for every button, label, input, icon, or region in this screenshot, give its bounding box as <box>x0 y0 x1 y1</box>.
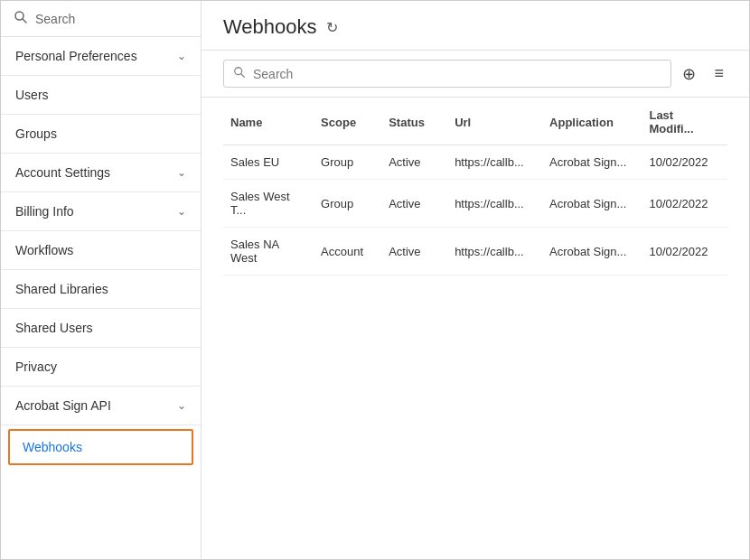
sidebar-item-label: Shared Libraries <box>15 282 108 296</box>
search-icon <box>233 66 246 81</box>
sidebar-item-webhooks[interactable]: Webhooks <box>8 429 193 465</box>
toolbar: ⊕ ≡ <box>202 51 749 98</box>
cell-last-modified: 10/02/2022 <box>642 145 727 180</box>
cell-last-modified: 10/02/2022 <box>642 180 727 228</box>
sidebar-item-label: Workflows <box>15 243 73 257</box>
sidebar-item-label: Webhooks <box>23 440 82 454</box>
svg-line-3 <box>241 74 245 78</box>
cell-application: Acrobat Sign... <box>542 145 642 180</box>
add-webhook-button[interactable]: ⊕ <box>679 61 699 88</box>
table-row[interactable]: Sales NA WestAccountActivehttps://callb.… <box>223 228 727 275</box>
sidebar-item-label: Shared Users <box>15 321 93 335</box>
cell-name: Sales West T... <box>223 180 314 228</box>
sidebar-item-groups[interactable]: Groups <box>1 115 201 154</box>
webhooks-table: Name Scope Status Url Application Last M… <box>223 98 727 275</box>
cell-application: Acrobat Sign... <box>542 228 642 275</box>
cell-status: Active <box>381 228 447 275</box>
cell-url: https://callb... <box>447 228 542 275</box>
sidebar-item-billing-info[interactable]: Billing Info ⌄ <box>1 192 201 231</box>
cell-scope: Group <box>314 180 381 228</box>
col-header-application: Application <box>542 98 642 145</box>
sidebar-item-label: Groups <box>15 126 57 141</box>
table-row[interactable]: Sales West T...GroupActivehttps://callb.… <box>223 180 727 228</box>
sidebar-item-label: Privacy <box>15 359 57 374</box>
sidebar-item-privacy[interactable]: Privacy <box>1 348 201 387</box>
search-icon <box>14 10 28 27</box>
col-header-url: Url <box>447 98 542 145</box>
sidebar-item-users[interactable]: Users <box>1 76 201 115</box>
sidebar-item-personal-preferences[interactable]: Personal Preferences ⌄ <box>1 37 201 76</box>
cell-application: Acrobat Sign... <box>542 180 642 228</box>
col-header-scope: Scope <box>314 98 381 145</box>
sidebar-search-label: Search <box>35 12 75 26</box>
sidebar-item-account-settings[interactable]: Account Settings ⌄ <box>1 154 201 192</box>
cell-scope: Account <box>314 228 381 275</box>
chevron-down-icon: ⌄ <box>177 399 186 412</box>
sidebar-item-label: Users <box>15 88 49 102</box>
chevron-down-icon: ⌄ <box>177 205 186 218</box>
col-header-status: Status <box>381 98 447 145</box>
sidebar: Search Personal Preferences ⌄ Users Grou… <box>1 1 202 559</box>
sidebar-item-label: Acrobat Sign API <box>15 398 111 413</box>
sidebar-item-shared-libraries[interactable]: Shared Libraries <box>1 270 201 309</box>
sidebar-item-shared-users[interactable]: Shared Users <box>1 309 201 348</box>
refresh-icon[interactable]: ↻ <box>326 19 338 36</box>
webhooks-table-container: Name Scope Status Url Application Last M… <box>202 98 749 559</box>
cell-status: Active <box>381 180 447 228</box>
cell-url: https://callb... <box>447 180 542 228</box>
sidebar-item-label: Personal Preferences <box>15 49 137 63</box>
sidebar-item-acrobat-sign-api[interactable]: Acrobat Sign API ⌄ <box>1 387 201 425</box>
table-row[interactable]: Sales EUGroupActivehttps://callb...Acrob… <box>223 145 727 180</box>
sidebar-search[interactable]: Search <box>1 1 201 37</box>
cell-url: https://callb... <box>447 145 542 180</box>
toolbar-actions: ⊕ ≡ <box>679 61 727 88</box>
cell-scope: Group <box>314 145 381 180</box>
page-title: Webhooks <box>223 15 317 39</box>
table-header-row: Name Scope Status Url Application Last M… <box>223 98 727 145</box>
search-bar[interactable] <box>223 60 671 88</box>
sidebar-item-label: Billing Info <box>15 204 74 219</box>
main-header: Webhooks ↻ <box>202 1 749 51</box>
chevron-down-icon: ⌄ <box>177 50 186 62</box>
chevron-down-icon: ⌄ <box>177 166 186 179</box>
search-input[interactable] <box>253 67 661 81</box>
col-header-name: Name <box>223 98 314 145</box>
sidebar-item-workflows[interactable]: Workflows <box>1 231 201 270</box>
col-header-last-modified: Last Modifi... <box>642 98 727 145</box>
cell-last-modified: 10/02/2022 <box>642 228 727 275</box>
cell-status: Active <box>381 145 447 180</box>
sidebar-item-label: Account Settings <box>15 165 110 180</box>
cell-name: Sales NA West <box>223 228 314 275</box>
cell-name: Sales EU <box>223 145 314 180</box>
svg-line-1 <box>23 19 26 23</box>
main-content: Webhooks ↻ ⊕ ≡ <box>202 1 749 559</box>
menu-button[interactable]: ≡ <box>710 61 727 87</box>
